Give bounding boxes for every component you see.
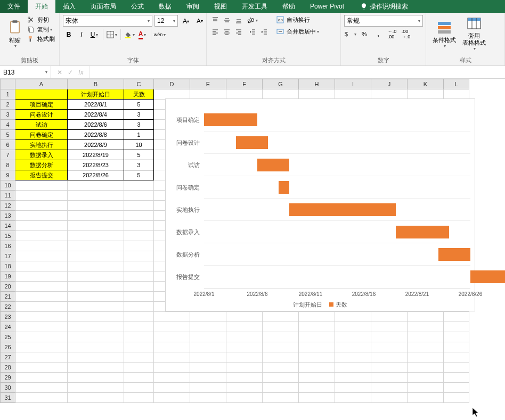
chart-bar[interactable] bbox=[396, 226, 449, 238]
copy-button[interactable]: 复制▾ bbox=[27, 24, 55, 34]
cell[interactable] bbox=[68, 251, 124, 261]
cell[interactable] bbox=[124, 261, 154, 271]
pinyin-button[interactable]: wén▾ bbox=[154, 29, 166, 40]
cell[interactable] bbox=[226, 342, 263, 352]
cell[interactable] bbox=[444, 312, 469, 322]
format-as-table-button[interactable]: 套用 表格格式▾ bbox=[459, 15, 489, 52]
cell[interactable] bbox=[299, 363, 335, 373]
cell[interactable] bbox=[154, 352, 190, 363]
cell[interactable] bbox=[68, 261, 124, 271]
cell[interactable] bbox=[124, 211, 154, 221]
cell[interactable] bbox=[263, 373, 299, 383]
menu-help[interactable]: 帮助 bbox=[275, 0, 303, 13]
cell[interactable]: 试访 bbox=[15, 120, 68, 130]
cell[interactable] bbox=[444, 352, 469, 363]
cell[interactable] bbox=[408, 322, 444, 332]
cell[interactable] bbox=[335, 393, 371, 403]
cell[interactable] bbox=[68, 231, 124, 241]
cell[interactable] bbox=[154, 383, 190, 393]
cell[interactable] bbox=[68, 180, 124, 191]
cell[interactable] bbox=[154, 332, 190, 342]
cell[interactable] bbox=[68, 302, 124, 312]
orientation-button[interactable]: ab▾ bbox=[247, 15, 258, 26]
cell[interactable] bbox=[15, 191, 68, 201]
column-header[interactable]: L bbox=[444, 79, 469, 89]
gantt-chart[interactable]: 项目确定问卷设计试访问卷确定实地执行数据录入数据分析报告提交 2022/8/12… bbox=[165, 98, 475, 311]
cell[interactable] bbox=[444, 342, 469, 352]
cell[interactable]: 2022/8/1 bbox=[68, 100, 124, 110]
cell[interactable] bbox=[190, 393, 226, 403]
cell[interactable] bbox=[444, 89, 469, 100]
cell[interactable] bbox=[190, 363, 226, 373]
chart-bar[interactable] bbox=[204, 113, 257, 126]
cell[interactable]: 项目确定 bbox=[15, 100, 68, 110]
cell[interactable]: 5 bbox=[124, 150, 154, 160]
align-middle-button[interactable] bbox=[222, 15, 232, 26]
cell[interactable] bbox=[408, 363, 444, 373]
cell[interactable] bbox=[444, 393, 469, 403]
cell[interactable] bbox=[190, 342, 226, 352]
cell[interactable] bbox=[299, 352, 335, 363]
menu-review[interactable]: 审阅 bbox=[179, 0, 207, 13]
row-header[interactable]: 2 bbox=[1, 100, 15, 110]
cell[interactable] bbox=[408, 383, 444, 393]
cell[interactable] bbox=[226, 312, 263, 322]
cell[interactable] bbox=[15, 211, 68, 221]
chart-bar[interactable] bbox=[470, 270, 505, 283]
cell[interactable] bbox=[124, 180, 154, 191]
format-painter-button[interactable]: 格式刷 bbox=[27, 34, 55, 44]
cell[interactable] bbox=[15, 332, 68, 342]
cell[interactable]: 1 bbox=[124, 130, 154, 140]
menu-home[interactable]: 开始 bbox=[28, 0, 55, 13]
cell[interactable] bbox=[335, 89, 371, 100]
currency-button[interactable]: $▾ bbox=[344, 29, 357, 39]
cell[interactable] bbox=[226, 363, 263, 373]
row-header[interactable]: 5 bbox=[1, 130, 15, 140]
font-color-button[interactable]: A▾ bbox=[136, 29, 148, 40]
row-header[interactable]: 7 bbox=[1, 150, 15, 160]
cell[interactable]: 2022/8/8 bbox=[68, 130, 124, 140]
menu-page-layout[interactable]: 页面布局 bbox=[83, 0, 124, 13]
cell[interactable] bbox=[263, 393, 299, 403]
cell[interactable] bbox=[444, 322, 469, 332]
row-header[interactable]: 12 bbox=[1, 201, 15, 211]
row-header[interactable]: 1 bbox=[1, 89, 15, 100]
row-header[interactable]: 23 bbox=[1, 312, 15, 322]
number-format-select[interactable]: 常规▾ bbox=[344, 15, 423, 27]
row-header[interactable]: 4 bbox=[1, 120, 15, 130]
cell[interactable] bbox=[335, 373, 371, 383]
cell[interactable] bbox=[15, 89, 68, 100]
row-header[interactable]: 16 bbox=[1, 241, 15, 251]
row-header[interactable]: 26 bbox=[1, 342, 15, 352]
cell[interactable] bbox=[68, 211, 124, 221]
cell[interactable] bbox=[371, 373, 408, 383]
row-header[interactable]: 10 bbox=[1, 180, 15, 191]
cell[interactable] bbox=[263, 352, 299, 363]
cell[interactable] bbox=[263, 383, 299, 393]
cell[interactable] bbox=[226, 393, 263, 403]
cell[interactable] bbox=[15, 393, 68, 403]
cell[interactable] bbox=[190, 89, 226, 100]
increase-font-button[interactable]: A▴ bbox=[180, 15, 192, 27]
cell[interactable] bbox=[154, 363, 190, 373]
cell[interactable] bbox=[68, 221, 124, 231]
cell[interactable]: 2022/8/9 bbox=[68, 140, 124, 150]
row-header[interactable]: 22 bbox=[1, 302, 15, 312]
cell[interactable] bbox=[226, 89, 263, 100]
cell[interactable] bbox=[154, 89, 190, 100]
cell[interactable] bbox=[408, 393, 444, 403]
cell[interactable] bbox=[68, 312, 124, 322]
row-header[interactable]: 30 bbox=[1, 383, 15, 393]
column-header[interactable]: D bbox=[154, 79, 190, 89]
cell[interactable] bbox=[15, 322, 68, 332]
chart-bar[interactable] bbox=[236, 136, 268, 149]
cell[interactable] bbox=[299, 312, 335, 322]
cell[interactable] bbox=[15, 363, 68, 373]
row-header[interactable]: 18 bbox=[1, 261, 15, 271]
cell[interactable] bbox=[299, 383, 335, 393]
cell[interactable] bbox=[68, 383, 124, 393]
cell[interactable] bbox=[15, 342, 68, 352]
cell[interactable] bbox=[124, 292, 154, 302]
row-header[interactable]: 11 bbox=[1, 191, 15, 201]
cell[interactable] bbox=[371, 383, 408, 393]
